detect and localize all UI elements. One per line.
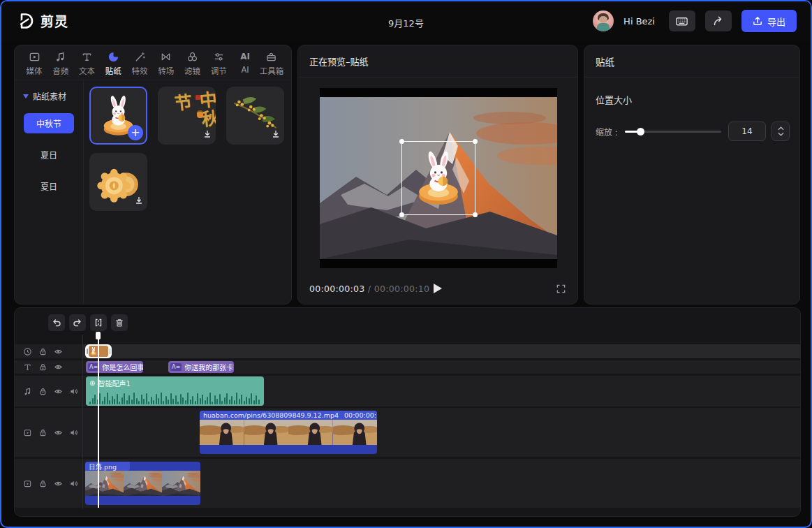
audio-track-header [15, 376, 82, 406]
playhead[interactable] [98, 339, 99, 508]
filter-circles-icon [186, 50, 198, 63]
topbar: 剪灵 9月12号 Hi Bezi 导出 [1, 1, 811, 42]
clock-icon[interactable] [23, 347, 32, 356]
download-icon[interactable] [135, 194, 143, 207]
video-track-2: 日落.png [15, 459, 800, 508]
sticker-rabbit-mooncake[interactable]: + [89, 87, 147, 145]
transform-handle-bl[interactable] [399, 212, 404, 217]
eye-icon[interactable] [54, 479, 63, 488]
tab-sticker[interactable]: 贴纸 [101, 50, 126, 80]
tab-text[interactable]: 文本 [75, 50, 100, 80]
timeline-panel: A≡ 你是怎么回事呢 A≡ 你送我的那张卡 ⊕ 智能配声1 [14, 307, 801, 517]
category-summer-2[interactable]: 夏日 [24, 176, 74, 196]
download-icon[interactable] [272, 128, 280, 141]
video-clip-1[interactable]: huaban.com/pins/6308809849.9.12.mp4 00:0… [200, 411, 377, 454]
slider-knob[interactable] [637, 128, 644, 135]
eye-icon[interactable] [54, 428, 63, 437]
export-label: 导出 [767, 15, 785, 28]
preview-title: 正在预览–贴纸 [298, 45, 577, 78]
stepper-down-icon[interactable] [778, 132, 784, 136]
speaker-icon[interactable] [69, 387, 78, 396]
category-summer-1[interactable]: 夏日 [24, 145, 74, 165]
video-clip-1-duration: 00:00:00:15 [344, 411, 377, 419]
scale-slider[interactable] [625, 126, 721, 136]
category-mid-autumn[interactable]: 中秋节 [24, 113, 74, 133]
speaker-icon[interactable] [69, 428, 78, 437]
share-arrow-icon [712, 15, 725, 27]
lock-icon[interactable] [38, 479, 47, 488]
redo-button[interactable] [69, 314, 86, 331]
transform-handle-br[interactable] [473, 212, 478, 217]
play-button[interactable] [434, 284, 442, 293]
avatar[interactable] [593, 10, 614, 31]
keyboard-icon [675, 15, 688, 28]
tab-effects[interactable]: 特效 [127, 50, 152, 80]
sticker-categories: 贴纸素材 中秋节 夏日 夏日 [15, 81, 84, 304]
speaker-icon[interactable] [69, 479, 78, 488]
video-track-icon[interactable] [23, 428, 32, 437]
sticker-mid-autumn-calligraphy[interactable]: 中秋节 [158, 87, 216, 145]
sticker-track-header [15, 344, 82, 358]
timeline-toolbar [48, 314, 128, 331]
delete-button[interactable] [111, 314, 128, 331]
tab-media[interactable]: 媒体 [22, 50, 47, 80]
eye-icon[interactable] [54, 387, 63, 396]
trash-icon [115, 318, 124, 328]
sticker-mooncakes[interactable] [89, 153, 147, 211]
lock-icon[interactable] [38, 347, 47, 356]
music-note-icon[interactable] [23, 387, 32, 396]
tab-adjust[interactable]: 调节 [206, 50, 231, 80]
magic-wand-icon [134, 50, 146, 63]
video-viewport[interactable] [320, 88, 557, 268]
asset-tabs: 媒体 音频 文本 贴纸 特效 转场 [15, 45, 291, 80]
transition-icon [160, 50, 172, 63]
text-icon [81, 50, 93, 63]
sticker-osmanthus-branch[interactable] [226, 87, 284, 145]
sticker-icon [108, 50, 119, 63]
undo-button[interactable] [48, 314, 65, 331]
video-clip-2[interactable]: 日落.png [85, 462, 200, 505]
eye-icon[interactable] [54, 347, 63, 356]
lock-icon[interactable] [38, 428, 47, 437]
asset-panel: 媒体 音频 文本 贴纸 特效 转场 [14, 45, 292, 305]
scale-stepper[interactable] [772, 122, 790, 141]
text-clip-2[interactable]: A≡ 你送我的那张卡 [168, 361, 234, 373]
lock-icon[interactable] [38, 362, 47, 372]
fullscreen-button[interactable] [556, 284, 566, 294]
preview-panel: 正在预览–贴纸 [297, 45, 578, 305]
category-group-header[interactable]: 贴纸素材 [23, 90, 83, 102]
timecode: 00:00:00:03 / 00:00:00:10 [309, 284, 429, 294]
video-track-icon[interactable] [23, 479, 32, 488]
stepper-up-icon[interactable] [778, 126, 784, 131]
split-button[interactable] [90, 314, 107, 331]
tab-ai[interactable]: AI AI [232, 50, 258, 80]
video-track-1: huaban.com/pins/6308809849.9.12.mp4 00:0… [15, 408, 800, 457]
share-button[interactable] [705, 10, 732, 31]
tab-audio[interactable]: 音频 [48, 50, 73, 80]
tab-filter[interactable]: 滤镜 [180, 50, 205, 80]
lock-icon[interactable] [38, 387, 47, 396]
preview-controls: 00:00:00:03 / 00:00:00:10 [298, 273, 577, 304]
text-clip-1[interactable]: A≡ 你是怎么回事呢 [86, 361, 143, 373]
video-clip-1-name: huaban.com/pins/6308809849.9.12.mp4 [203, 411, 339, 419]
export-button[interactable]: 导出 [741, 10, 797, 32]
playhead-handle[interactable] [96, 332, 101, 339]
keyboard-shortcuts-button[interactable] [669, 10, 695, 31]
audio-clip[interactable]: ⊕ 智能配声1 [86, 376, 264, 406]
transform-handle-tr[interactable] [473, 139, 478, 144]
inspector-panel: 贴纸 位置大小 缩放 : 14 [584, 45, 800, 305]
text-track-icon[interactable] [23, 362, 32, 372]
sticker-transform-box[interactable] [401, 141, 475, 215]
redo-icon [73, 318, 82, 328]
scale-value-input[interactable]: 14 [728, 122, 766, 141]
text-track-header [15, 360, 82, 374]
audio-track: ⊕ 智能配声1 [15, 376, 800, 406]
sticker-grid: + 中秋节 [89, 87, 284, 211]
download-icon[interactable] [203, 128, 212, 141]
tab-toolbox[interactable]: 工具箱 [259, 50, 284, 80]
fullscreen-icon [556, 284, 566, 294]
add-sticker-button[interactable]: + [128, 125, 143, 140]
tab-transition[interactable]: 转场 [154, 50, 179, 80]
eye-icon[interactable] [54, 362, 63, 372]
transform-handle-tl[interactable] [399, 139, 404, 144]
